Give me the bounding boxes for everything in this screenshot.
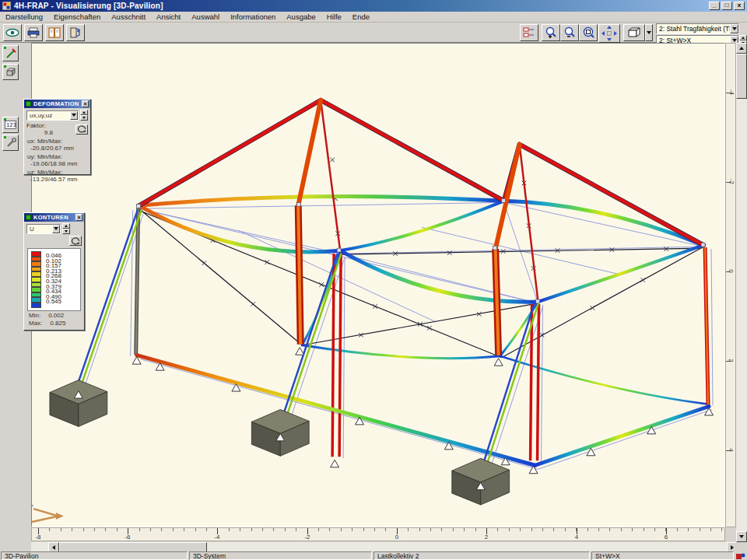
status-loadcase: Lastkollektiv 2 xyxy=(374,551,590,560)
spinner-up-button[interactable] xyxy=(739,35,747,40)
spinner-down-button[interactable] xyxy=(62,229,70,234)
konturen-panel[interactable]: KONTUREN × U xyxy=(23,212,85,331)
vertical-scrollbar[interactable] xyxy=(736,43,747,542)
konturen-combo-arrow[interactable] xyxy=(52,225,60,233)
undeformed-net xyxy=(83,100,713,481)
zoom-in-button[interactable] xyxy=(542,24,560,41)
deformation-panel-title: DEFORMATION xyxy=(33,100,82,107)
menu-hilfe[interactable]: Hilfe xyxy=(321,12,347,22)
turnbuckle-markers xyxy=(202,158,668,338)
legend-swatch xyxy=(31,303,41,308)
deformation-close-icon[interactable]: × xyxy=(82,100,89,107)
refresh-icon xyxy=(77,125,86,133)
contour-legend: 0.0460.102 0.1570.213 0.2680.324 0.3790.… xyxy=(27,248,81,311)
spinner-down-button[interactable] xyxy=(80,115,88,121)
factor-value: 9.8 xyxy=(40,129,53,136)
uy-label: uy: Min/Max: xyxy=(27,153,62,160)
menu-ende[interactable]: Ende xyxy=(347,12,375,22)
konturen-panel-title: KONTUREN xyxy=(33,214,75,221)
status-icon xyxy=(736,552,745,560)
solid-box-button[interactable] xyxy=(2,64,19,80)
menu-ausgabe[interactable]: Ausgabe xyxy=(281,12,321,22)
konturen-close-icon[interactable]: × xyxy=(75,214,82,221)
loadcase-combo[interactable]: 2: Stahl Tragfähigkeit (Th. 2. O xyxy=(656,23,739,34)
loadcase-combo-value: 2: Stahl Tragfähigkeit (Th. 2. O xyxy=(659,25,739,33)
view-cube-dropdown[interactable] xyxy=(645,24,653,41)
legend-values: 0.0460.102 0.1570.213 0.2680.324 0.3790.… xyxy=(46,251,61,308)
exit-door-icon xyxy=(70,27,81,38)
status-view: St+W>X xyxy=(591,551,734,560)
min-value: 0.002 xyxy=(40,312,64,319)
spinner-up-button[interactable] xyxy=(62,223,70,229)
numbering-button[interactable]: 123 xyxy=(2,117,19,133)
axis-indicator: Y X xyxy=(32,503,64,527)
scroll-up-icon[interactable] xyxy=(736,43,747,54)
vertical-ruler: -4 -2 0 2 4 xyxy=(725,43,736,527)
max-value: 0.825 xyxy=(42,320,65,327)
foundation-block xyxy=(50,380,107,427)
loadcase-combo-arrow[interactable] xyxy=(730,24,738,33)
minimize-button[interactable]: _ xyxy=(709,2,720,10)
animate-button[interactable] xyxy=(75,124,88,135)
deformation-combo-value: ux,uy,uz xyxy=(30,112,52,119)
tools-button[interactable] xyxy=(2,135,19,151)
view-cube-button[interactable] xyxy=(623,24,645,41)
app-icon xyxy=(2,2,11,10)
menu-ausschnitt[interactable]: Ausschnitt xyxy=(106,12,151,22)
status-system: 3D-System xyxy=(189,551,372,560)
display-options-button[interactable] xyxy=(520,24,538,41)
zoom-out-button[interactable] xyxy=(560,24,579,41)
solid-box-icon xyxy=(5,68,16,77)
legend-swatch xyxy=(31,292,41,298)
wrench-icon xyxy=(5,138,16,149)
zoom-window-icon xyxy=(582,26,594,39)
panel-icon xyxy=(26,101,31,107)
deformation-combo[interactable]: ux,uy,uz xyxy=(26,110,79,121)
vertical-scroll-thumb[interactable] xyxy=(736,54,747,99)
konturen-combo[interactable]: U xyxy=(26,224,61,234)
legend-swatch xyxy=(31,271,41,277)
recalc-button[interactable] xyxy=(69,236,82,246)
scroll-down-icon[interactable] xyxy=(736,531,747,542)
axis-y-label: Y xyxy=(32,503,33,511)
print-button[interactable] xyxy=(24,24,43,41)
application-window: 4H-FRAP - Visualisierung [3D-Pavilion] _… xyxy=(0,0,747,560)
menu-informationen[interactable]: Informationen xyxy=(225,12,281,22)
numbers-icon: 123 xyxy=(5,121,16,129)
pan-pad-button[interactable] xyxy=(598,24,620,43)
legend-swatch xyxy=(31,267,41,272)
book-icon xyxy=(48,27,61,38)
status-project: 3D-Pavilion xyxy=(1,551,188,560)
main-toolbar: 2: Stahl Tragfähigkeit (Th. 2. O 2: St+W… xyxy=(0,23,747,43)
edit-pencil-button[interactable] xyxy=(2,45,19,61)
zoom-window-button[interactable] xyxy=(579,24,598,41)
horizontal-ruler: -8 -6 -4 -2 0 2 4 6 xyxy=(31,527,725,541)
menu-darstellung[interactable]: Darstellung xyxy=(0,12,48,22)
konturen-panel-titlebar[interactable]: KONTUREN × xyxy=(24,213,84,222)
legend-swatch xyxy=(31,297,41,303)
view-eye-button[interactable] xyxy=(3,24,22,41)
deformation-panel-titlebar[interactable]: DEFORMATION × xyxy=(24,100,90,108)
svg-text:123: 123 xyxy=(6,122,16,128)
exit-button[interactable] xyxy=(66,24,85,41)
menu-eigenschaften[interactable]: Eigenschaften xyxy=(48,12,106,22)
menu-ansicht[interactable]: Ansicht xyxy=(151,12,186,22)
legend-swatch xyxy=(31,287,41,292)
zoom-in-icon xyxy=(545,26,557,39)
viewport-canvas[interactable]: Y X xyxy=(31,43,725,527)
eye-icon xyxy=(5,28,19,37)
deformation-panel[interactable]: DEFORMATION × ux,uy,uz Faktor: 9.8 xyxy=(23,99,91,175)
printer-icon xyxy=(27,27,40,38)
deformation-combo-arrow[interactable] xyxy=(70,111,78,120)
maximize-button[interactable]: □ xyxy=(721,2,732,10)
legend-swatch xyxy=(31,257,41,262)
report-button[interactable] xyxy=(45,24,64,41)
ux-value: -20.8/20.67 mm xyxy=(27,145,74,152)
title-bar: 4H-FRAP - Visualisierung [3D-Pavilion] _… xyxy=(0,0,747,12)
spinner-up-button[interactable] xyxy=(80,110,88,115)
menu-auswahl[interactable]: Auswahl xyxy=(186,12,225,22)
close-button[interactable]: x xyxy=(734,2,745,10)
ux-label: ux: Min/Max: xyxy=(27,138,62,145)
refresh-icon xyxy=(71,237,80,245)
legend-swatch xyxy=(31,251,41,257)
